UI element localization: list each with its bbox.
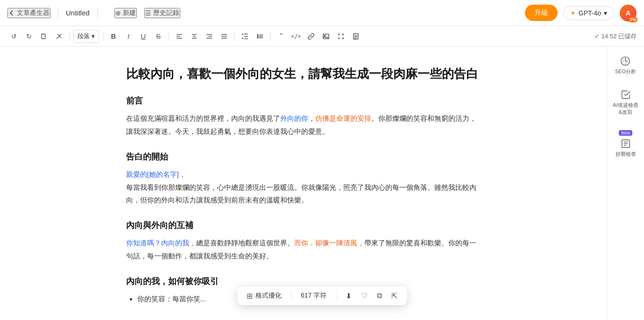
- plus-icon: ⊕: [115, 9, 121, 17]
- seo-analysis-tool[interactable]: SEO分析: [612, 52, 639, 78]
- section-heading-confession: 告白的開始: [126, 151, 481, 162]
- svg-rect-0: [42, 34, 45, 39]
- highlight-5: 而你，卻像一陣清風，: [294, 239, 364, 247]
- quote-button[interactable]: ": [275, 30, 288, 43]
- editor-toolbar: ↺ ↻ 段落 ▾ B I U S: [0, 26, 644, 47]
- copy-btn[interactable]: ⧉: [377, 292, 382, 300]
- toolbar-sep4: [234, 32, 235, 41]
- highlight-1: 外向的你: [280, 114, 308, 122]
- seo-label: SEO分析: [615, 68, 636, 75]
- align-center-button[interactable]: [188, 30, 201, 43]
- share-icon: ⇱: [391, 292, 397, 300]
- upgrade-button[interactable]: 升級: [525, 5, 558, 21]
- toolbar-sep3: [169, 32, 169, 41]
- format-optimize-btn[interactable]: ⊞ 格式優化: [247, 292, 282, 300]
- redo-button[interactable]: ↻: [22, 30, 35, 43]
- editor-area[interactable]: 比較內向，喜歡一個外向的女生，請幫我生成一段肉麻一些的告白 前言 在這個充滿喧囂…: [0, 47, 607, 320]
- line-height-button[interactable]: [239, 30, 252, 43]
- plagiarism-icon: [621, 139, 631, 149]
- strikethrough-button[interactable]: S: [152, 30, 165, 43]
- float-divider1: [291, 291, 291, 300]
- doc-button[interactable]: [349, 30, 362, 43]
- gpt-selector[interactable]: ✦ GPT-4o ▾: [563, 6, 614, 20]
- highlight-3: 親愛的[她的名字]，: [126, 170, 186, 178]
- ai-check-label: AI痕迹檢查&改寫: [613, 102, 638, 115]
- back-button[interactable]: 文章產生器: [7, 8, 50, 18]
- new-button[interactable]: ⊕ 新建: [114, 8, 137, 18]
- svg-point-20: [257, 36, 258, 37]
- highlight-4: 你知道嗎？內向的我，: [126, 239, 196, 247]
- article-para-confession: 親愛的[她的名字]， 每當我看到你那燦爛的笑容，心中總是湧現出一股暖流。你就像陽…: [126, 168, 481, 207]
- format-icon: ⊞: [247, 292, 253, 300]
- clear-format-button[interactable]: [52, 30, 65, 43]
- ai-check-tool[interactable]: AI痕迹檢查&改寫: [610, 86, 641, 119]
- paragraph-style-select[interactable]: 段落 ▾: [73, 30, 99, 43]
- svg-point-19: [257, 35, 258, 35]
- main-wrapper: 比較內向，喜歡一個外向的女生，請幫我生成一段肉麻一些的告白 前言 在這個充滿喧囂…: [0, 47, 644, 320]
- section-heading-complement: 內向與外向的互補: [126, 220, 481, 231]
- section-heading-attraction: 內向的我，如何被你吸引: [126, 276, 481, 287]
- app-title-label: 文章產生器: [17, 9, 50, 17]
- article-para-preface: 在這個充滿喧囂和活力的世界裡，內向的我遇見了外向的你，仿佛是命運的安排。你那燦爛…: [126, 112, 481, 138]
- avatar[interactable]: A 7%: [620, 5, 637, 21]
- copy-icon: ⧉: [377, 292, 382, 300]
- paragraph-chevron: ▾: [92, 33, 95, 40]
- image-button[interactable]: [319, 30, 333, 43]
- nav-divider: [58, 7, 58, 19]
- highlight-2: 仿佛是命運的安排: [315, 114, 371, 122]
- float-toolbar: ⊞ 格式優化 617 字符 ⬇ ♡ ⧉ ⇱: [237, 286, 407, 305]
- align-left-button[interactable]: [173, 30, 186, 43]
- article-title: 比較內向，喜歡一個外向的女生，請幫我生成一段肉麻一些的告白: [126, 65, 481, 82]
- nav-right: 升級 ✦ GPT-4o ▾ A 7%: [525, 5, 637, 21]
- download-icon: ⬇: [346, 292, 352, 300]
- share-btn[interactable]: ⇱: [391, 292, 397, 300]
- top-nav: 文章產生器 Untitled ⊕ 新建 ☰ 歷史記錄 升級 ✦ GPT-4o ▾…: [0, 0, 644, 26]
- save-status: ✓ 14:52 已儲存: [594, 32, 637, 41]
- toolbar-sep2: [103, 32, 103, 41]
- copy-format-button[interactable]: [37, 30, 50, 43]
- favorite-btn[interactable]: ♡: [361, 292, 368, 300]
- beta-badge: Beta: [619, 130, 632, 136]
- justify-button[interactable]: [218, 30, 231, 43]
- undo-button[interactable]: ↺: [7, 30, 21, 43]
- fullscreen-button[interactable]: [334, 30, 347, 43]
- underline-button[interactable]: U: [137, 30, 150, 43]
- toolbar-sep5: [270, 32, 271, 41]
- link-button[interactable]: [304, 30, 318, 43]
- float-divider2: [336, 291, 336, 300]
- right-sidebar: SEO分析 AI痕迹檢查&改寫 Beta 抄襲檢查: [607, 47, 644, 320]
- paragraph-label: 段落: [78, 32, 90, 41]
- toolbar-sep1: [69, 32, 70, 41]
- editor-content: 比較內向，喜歡一個外向的女生，請幫我生成一段肉麻一些的告白 前言 在這個充滿喧囂…: [126, 65, 481, 305]
- ai-check-icon: [621, 90, 631, 100]
- char-count: 617 字符: [301, 292, 326, 300]
- list-button[interactable]: [254, 30, 267, 43]
- avatar-badge: 7%: [629, 17, 637, 22]
- bold-button[interactable]: B: [107, 30, 120, 43]
- plagiarism-tool[interactable]: Beta 抄襲檢查: [613, 126, 639, 161]
- align-right-button[interactable]: [203, 30, 216, 43]
- doc-title: Untitled: [66, 9, 90, 17]
- code-button[interactable]: </>: [290, 30, 303, 43]
- download-btn[interactable]: ⬇: [346, 292, 352, 300]
- plagiarism-label: 抄襲檢查: [616, 151, 636, 157]
- seo-icon: [620, 56, 630, 66]
- format-label: 格式優化: [255, 292, 282, 300]
- history-button[interactable]: ☰ 歷史記錄: [144, 8, 180, 18]
- gpt-star-icon: ✦: [570, 9, 576, 17]
- avatar-letter: A: [626, 9, 630, 17]
- nav-actions: ⊕ 新建 ☰ 歷史記錄: [114, 8, 180, 18]
- gpt-label: GPT-4o: [579, 9, 601, 17]
- nav-left: 文章產生器 Untitled ⊕ 新建 ☰ 歷史記錄: [7, 7, 180, 19]
- save-checkmark: ✓ 14:52 已儲存: [594, 32, 637, 41]
- svg-point-21: [257, 37, 258, 38]
- heart-icon: ♡: [361, 292, 368, 300]
- history-icon: ☰: [145, 9, 151, 17]
- section-heading-preface: 前言: [126, 95, 481, 106]
- italic-button[interactable]: I: [122, 30, 135, 43]
- nav-divider2: [97, 7, 98, 19]
- article-para-complement: 你知道嗎？內向的我，總是喜歡靜靜地觀察這個世界。而你，卻像一陣清風，帶來了無限的…: [126, 237, 481, 263]
- chevron-down-icon: ▾: [604, 9, 607, 17]
